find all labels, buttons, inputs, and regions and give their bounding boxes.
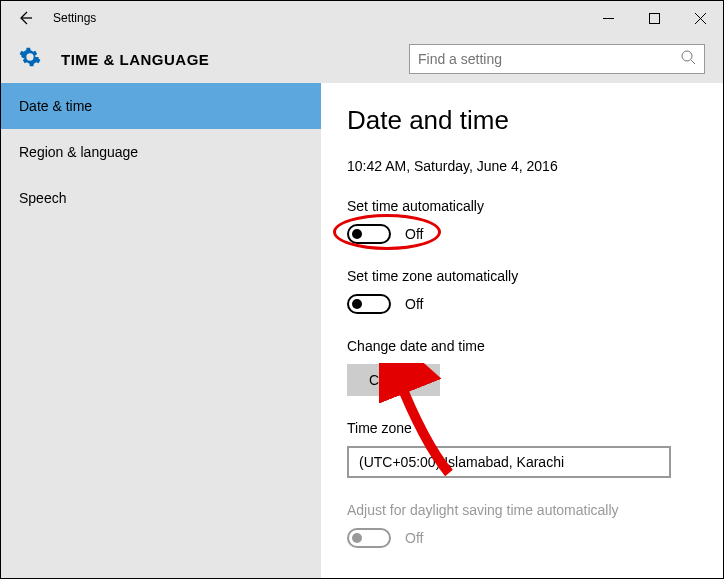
auto-tz-label: Set time zone automatically [347,268,697,284]
setting-auto-time: Set time automatically Off [347,198,697,244]
header-title: TIME & LANGUAGE [61,51,209,68]
dst-label: Adjust for daylight saving time automati… [347,502,697,518]
maximize-button[interactable] [631,1,677,35]
toggle-knob [352,299,362,309]
header: TIME & LANGUAGE [1,35,723,83]
page-title: Date and time [347,105,697,136]
svg-point-4 [682,51,692,61]
sidebar-item-label: Region & language [19,144,138,160]
setting-auto-tz: Set time zone automatically Off [347,268,697,314]
search-icon [680,49,696,69]
window-controls [585,1,723,35]
minimize-icon [603,13,614,24]
change-label: Change date and time [347,338,697,354]
content: Date and time 10:42 AM, Saturday, June 4… [321,83,723,578]
sidebar-item-date-time[interactable]: Date & time [1,83,321,129]
search-box[interactable] [409,44,705,74]
gear-icon [19,46,41,72]
search-input[interactable] [418,51,680,67]
close-icon [695,13,706,24]
setting-timezone: Time zone (UTC+05:00) Islamabad, Karachi [347,420,697,478]
setting-dst: Adjust for daylight saving time automati… [347,502,697,548]
toggle-knob [352,533,362,543]
sidebar-item-region-language[interactable]: Region & language [1,129,321,175]
sidebar: Date & time Region & language Speech [1,83,321,578]
titlebar: Settings [1,1,723,35]
tz-select[interactable]: (UTC+05:00) Islamabad, Karachi [347,446,671,478]
change-button[interactable]: Change [347,364,440,396]
sidebar-item-label: Date & time [19,98,92,114]
back-button[interactable] [1,1,49,35]
auto-time-label: Set time automatically [347,198,697,214]
dst-toggle [347,528,391,548]
maximize-icon [649,13,660,24]
sidebar-item-speech[interactable]: Speech [1,175,321,221]
settings-window: Settings TIME & LANGUAGE Date & time Reg… [0,0,724,579]
close-button[interactable] [677,1,723,35]
window-title: Settings [53,11,96,25]
svg-rect-1 [649,13,659,23]
dst-state: Off [405,530,423,546]
svg-line-5 [691,60,695,64]
arrow-left-icon [16,9,34,27]
minimize-button[interactable] [585,1,631,35]
current-datetime: 10:42 AM, Saturday, June 4, 2016 [347,158,697,174]
auto-tz-toggle[interactable] [347,294,391,314]
tz-label: Time zone [347,420,697,436]
auto-time-state: Off [405,226,423,242]
auto-tz-state: Off [405,296,423,312]
setting-change-datetime: Change date and time Change [347,338,697,396]
sidebar-item-label: Speech [19,190,66,206]
auto-time-toggle[interactable] [347,224,391,244]
toggle-knob [352,229,362,239]
tz-value: (UTC+05:00) Islamabad, Karachi [359,454,564,470]
body: Date & time Region & language Speech Dat… [1,83,723,578]
